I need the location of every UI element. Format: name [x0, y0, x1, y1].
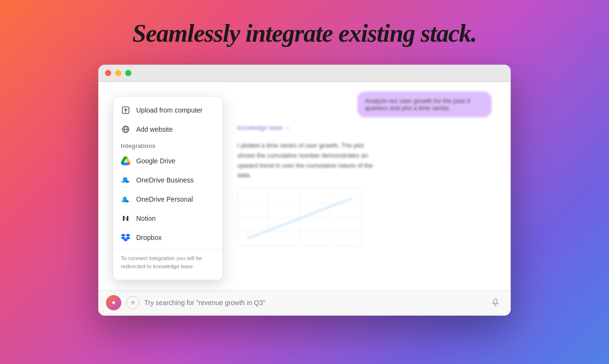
onedrive-business-label: OneDrive Business — [136, 176, 194, 184]
response-text: I plotted a time series of user growth. … — [237, 141, 381, 181]
minimize-dot[interactable] — [115, 70, 121, 76]
svg-rect-12 — [494, 299, 497, 304]
website-label: Add website — [136, 125, 173, 133]
onedrive-business-icon — [121, 175, 130, 185]
knowledge-link: knowledge base → — [237, 124, 492, 131]
integrations-section-label: Integrations — [113, 139, 223, 151]
chat-bubble: Analyze our user growth for the past 4 q… — [357, 91, 492, 117]
onedrive-personal-label: OneDrive Personal — [136, 195, 193, 203]
close-dot[interactable] — [105, 70, 111, 76]
chart — [237, 188, 362, 246]
dropbox-item[interactable]: Dropbox — [113, 228, 223, 247]
ai-icon: ✦ — [106, 295, 121, 310]
dropbox-label: Dropbox — [136, 234, 162, 241]
integrations-dropdown: Upload from computer Add website Integra… — [113, 96, 223, 280]
add-button[interactable]: + — [126, 296, 140, 309]
upload-from-computer-item[interactable]: Upload from computer — [113, 101, 223, 120]
onedrive-personal-icon — [121, 194, 130, 204]
main-area: Upload from computer Add website Integra… — [98, 82, 511, 290]
window-content: Upload from computer Add website Integra… — [98, 82, 511, 316]
chat-area: Analyze our user growth for the past 4 q… — [233, 91, 496, 280]
onedrive-personal-item[interactable]: OneDrive Personal — [113, 190, 223, 209]
notion-label: Notion — [136, 215, 155, 222]
search-input[interactable] — [144, 299, 483, 307]
add-website-item[interactable]: Add website — [113, 120, 223, 139]
page-headline: Seamlessly integrate existing stack. — [132, 19, 477, 47]
titlebar — [98, 65, 511, 82]
upload-icon — [121, 105, 130, 115]
google-drive-item[interactable]: Google Drive — [113, 151, 223, 171]
notion-item[interactable]: Notion — [113, 209, 223, 228]
google-drive-icon — [121, 156, 130, 166]
microphone-button[interactable] — [488, 295, 503, 310]
globe-icon — [121, 125, 130, 134]
maximize-dot[interactable] — [125, 70, 131, 76]
notion-icon — [121, 214, 130, 223]
integration-footer-text: To connect integration you will be redir… — [113, 249, 223, 276]
upload-label: Upload from computer — [136, 106, 203, 114]
onedrive-business-item[interactable]: OneDrive Business — [113, 171, 223, 190]
input-bar: ✦ + — [98, 290, 511, 316]
dropbox-icon — [121, 233, 130, 242]
google-drive-label: Google Drive — [136, 157, 176, 165]
app-window: Upload from computer Add website Integra… — [98, 65, 511, 316]
